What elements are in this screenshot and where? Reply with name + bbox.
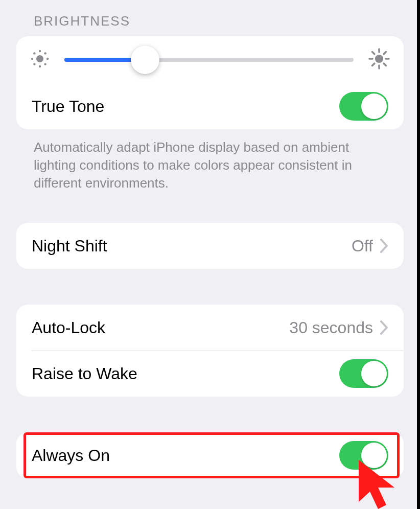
autolock-group: Auto-Lock 30 seconds Raise to Wake xyxy=(16,305,404,397)
svg-point-9 xyxy=(375,55,383,63)
night-shift-group: Night Shift Off xyxy=(16,223,404,269)
true-tone-description: Automatically adapt iPhone display based… xyxy=(16,129,404,192)
brightness-slider[interactable] xyxy=(64,58,354,62)
svg-point-8 xyxy=(44,63,46,65)
svg-point-7 xyxy=(33,63,35,65)
svg-line-17 xyxy=(384,52,386,54)
svg-point-4 xyxy=(46,58,49,60)
auto-lock-row[interactable]: Auto-Lock 30 seconds xyxy=(16,305,404,351)
night-shift-label: Night Shift xyxy=(32,237,107,256)
svg-line-16 xyxy=(372,63,375,65)
screenshot-right-edge xyxy=(417,0,420,509)
night-shift-row[interactable]: Night Shift Off xyxy=(16,223,404,269)
svg-point-2 xyxy=(39,65,41,67)
sun-high-icon xyxy=(368,48,390,72)
brightness-group: True Tone xyxy=(16,36,404,129)
auto-lock-value: 30 seconds xyxy=(289,318,373,337)
true-tone-label: True Tone xyxy=(32,97,104,116)
sun-low-icon xyxy=(30,49,50,71)
brightness-slider-row xyxy=(16,36,404,83)
true-tone-row: True Tone xyxy=(16,83,404,129)
always-on-group: Always On xyxy=(16,432,404,478)
raise-to-wake-row: Raise to Wake xyxy=(16,351,404,397)
svg-point-3 xyxy=(31,58,33,60)
chevron-right-icon xyxy=(380,239,388,253)
auto-lock-label: Auto-Lock xyxy=(32,318,105,337)
brightness-section-header: BRIGHTNESS xyxy=(16,0,404,36)
svg-line-15 xyxy=(384,63,386,65)
always-on-row: Always On xyxy=(16,432,404,478)
always-on-label: Always On xyxy=(32,446,110,465)
always-on-toggle[interactable] xyxy=(339,441,388,470)
raise-to-wake-toggle[interactable] xyxy=(339,359,388,388)
svg-point-1 xyxy=(39,50,41,52)
svg-point-6 xyxy=(44,52,46,54)
chevron-right-icon xyxy=(380,320,388,335)
svg-point-5 xyxy=(33,52,35,54)
raise-to-wake-label: Raise to Wake xyxy=(32,364,137,383)
svg-point-0 xyxy=(36,55,43,62)
svg-line-14 xyxy=(372,52,375,54)
true-tone-toggle[interactable] xyxy=(339,92,388,121)
night-shift-value: Off xyxy=(352,237,373,256)
